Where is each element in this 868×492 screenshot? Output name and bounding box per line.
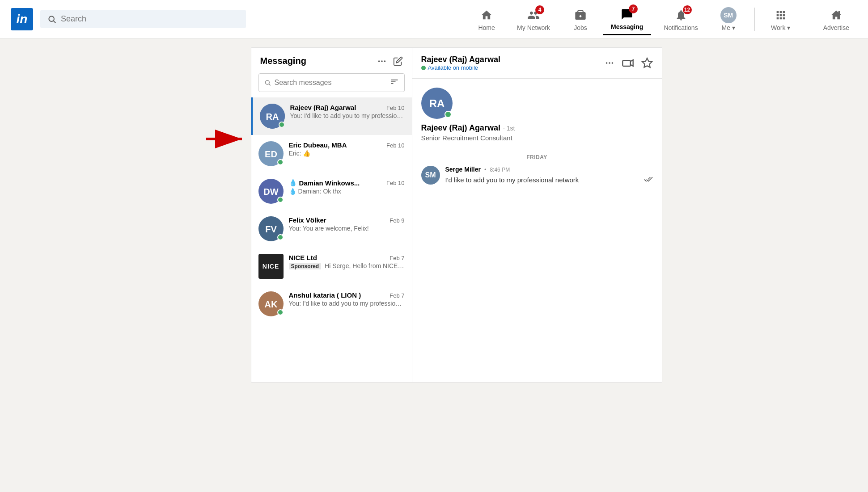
anshul-date: Feb 7 — [390, 292, 404, 299]
filter-button[interactable] — [390, 77, 399, 88]
avatar: SM — [720, 7, 737, 23]
messaging-container: Messaging — [251, 47, 662, 383]
anshul-avatar-wrap: AK — [258, 291, 284, 316]
svg-text:RA: RA — [429, 97, 445, 109]
nav-work-label: Work ▾ — [771, 24, 790, 31]
day-divider: FRIDAY — [421, 149, 653, 166]
msg-search-icon — [264, 79, 271, 87]
anshul-name: Anshul kataria ( LION ) — [289, 291, 361, 299]
message-meta: Serge Miller • 8:46 PM — [445, 166, 653, 173]
conversation-list: RA Rajeev (Raj) Agarwal Feb 10 You: I'd … — [251, 97, 412, 382]
svg-point-0 — [49, 16, 54, 21]
message-search-bar[interactable] — [258, 73, 405, 92]
messaging-badge: 7 — [629, 4, 638, 13]
svg-point-22 — [609, 62, 610, 64]
video-icon — [622, 57, 634, 69]
conversation-item-felix[interactable]: FV Felix Völker Feb 9 You: You are welco… — [251, 210, 412, 248]
contact-avatar-large-wrap: RA — [421, 88, 453, 119]
filter-icon — [390, 77, 399, 86]
nav-me-label: Me ▾ — [721, 24, 735, 31]
svg-point-21 — [605, 62, 607, 64]
network-badge: 4 — [535, 5, 544, 14]
conversation-item-nice[interactable]: NICE NICE Ltd Feb 7 Sponsored Hi Serge, … — [251, 248, 412, 285]
messaging-icon-wrap: 7 — [621, 6, 633, 22]
online-indicator — [279, 122, 285, 128]
message-search-input[interactable] — [274, 79, 386, 87]
me-avatar-wrap: SM — [720, 7, 737, 23]
svg-line-10 — [269, 84, 270, 85]
contact-name-row: Rajeev (Raj) Agarwal · 1st — [421, 123, 515, 133]
messaging-title: Messaging — [260, 56, 306, 66]
rajeev-preview: You: I'd like to add you to my professio… — [290, 112, 405, 119]
messaging-sidebar: Messaging — [251, 48, 412, 382]
grid-icon — [775, 9, 787, 21]
global-search-bar[interactable] — [40, 10, 246, 28]
nav-my-network[interactable]: 4 My Network — [509, 4, 558, 35]
nav-home[interactable]: Home — [469, 4, 504, 35]
conversation-item-anshul[interactable]: AK Anshul kataria ( LION ) Feb 7 You: I'… — [251, 285, 412, 323]
sponsored-badge: Sponsored — [289, 263, 322, 269]
contact-title: Senior Recruitment Consultant — [421, 134, 512, 142]
message-sender-name: Serge Miller — [445, 166, 481, 173]
svg-point-23 — [611, 62, 613, 64]
damian-preview: 💧 Damian: Ok thx — [289, 188, 405, 195]
search-input[interactable] — [61, 14, 239, 24]
contact-header-name: Rajeev (Raj) Agarwal — [421, 55, 500, 64]
main-content: Messaging — [0, 0, 868, 383]
nav-work[interactable]: Work ▾ — [763, 4, 799, 35]
conversation-item-eric[interactable]: ED Eric Dubeau, MBA Feb 10 Eric: 👍 — [251, 135, 412, 172]
grid-icon-wrap — [775, 7, 787, 23]
conversation-item-rajeev[interactable]: RA Rajeev (Raj) Agarwal Feb 10 You: I'd … — [251, 97, 412, 135]
felix-date: Feb 9 — [390, 217, 404, 224]
damian-online-dot — [277, 197, 284, 203]
message-text: I'd like to add you to my professional n… — [445, 175, 579, 185]
eric-preview: Eric: 👍 — [289, 150, 405, 157]
svg-text:DW: DW — [263, 187, 278, 197]
message-content: Serge Miller • 8:46 PM I'd like to add y… — [445, 166, 653, 185]
rajeev-conv-top: Rajeev (Raj) Agarwal Feb 10 — [290, 104, 405, 111]
svg-text:AK: AK — [264, 299, 277, 309]
message-dot-separator: • — [484, 166, 487, 173]
message-sender-avatar: SM — [421, 166, 440, 185]
message-main-panel: Rajeev (Raj) Agarwal Available on mobile — [412, 48, 662, 382]
damian-name: 💧 Damian Winkows... — [289, 179, 360, 187]
message-header-actions — [605, 57, 653, 69]
nav-messaging[interactable]: 7 Messaging — [603, 3, 651, 35]
nav-notifications[interactable]: 12 Notifications — [656, 4, 706, 35]
svg-text:ED: ED — [265, 149, 277, 159]
conversation-item-damian[interactable]: DW 💧 Damian Winkows... Feb 10 — [251, 172, 412, 210]
linkedin-logo[interactable]: in — [11, 8, 33, 30]
nav-divider-2 — [807, 8, 807, 31]
home-icon-wrap — [480, 7, 493, 23]
nav-advertise[interactable]: Advertise — [815, 4, 857, 35]
jobs-icon-wrap — [574, 7, 587, 23]
svg-point-9 — [265, 80, 269, 84]
svg-point-8 — [384, 60, 385, 62]
nav-notifications-label: Notifications — [664, 24, 698, 31]
nav-jobs-label: Jobs — [574, 24, 587, 31]
felix-avatar-wrap: FV — [258, 216, 284, 241]
video-call-button[interactable] — [622, 57, 634, 69]
felix-name: Felix Völker — [289, 216, 326, 224]
svg-rect-24 — [622, 60, 631, 66]
nice-date: Feb 7 — [390, 255, 404, 261]
advertise-icon-wrap — [830, 7, 843, 23]
more-options-button[interactable] — [377, 56, 387, 66]
compose-button[interactable] — [393, 56, 403, 66]
nav-messaging-label: Messaging — [611, 23, 643, 30]
rajeev-conv-info: Rajeev (Raj) Agarwal Feb 10 You: I'd lik… — [290, 104, 405, 119]
main-nav: Home 4 My Network Jobs — [469, 3, 857, 35]
felix-online-dot — [277, 234, 284, 240]
more-options-header-button[interactable] — [605, 58, 614, 68]
network-icon-wrap: 4 — [527, 7, 540, 23]
anshul-conv-info: Anshul kataria ( LION ) Feb 7 You: I'd l… — [289, 291, 405, 307]
ellipsis-icon — [377, 56, 387, 66]
advertise-icon — [830, 9, 843, 21]
red-arrow-left-indicator — [206, 128, 246, 150]
message-row: SM Serge Miller • 8:46 PM I'd like to ad… — [421, 166, 653, 185]
svg-point-6 — [378, 60, 380, 62]
nav-jobs[interactable]: Jobs — [563, 4, 598, 35]
anshul-online-dot — [277, 309, 284, 315]
nav-me[interactable]: SM Me ▾ — [711, 4, 746, 35]
star-button[interactable] — [641, 57, 653, 69]
